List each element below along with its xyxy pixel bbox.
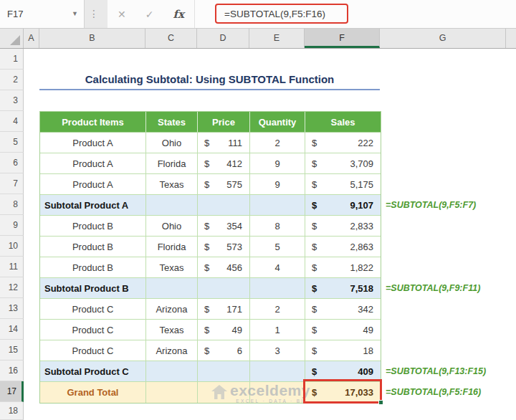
row-header-8[interactable]: 8 bbox=[0, 194, 24, 215]
table-header-states[interactable]: States bbox=[146, 112, 198, 133]
cell-C13[interactable]: Arizona bbox=[146, 299, 198, 320]
cell-C5[interactable]: Ohio bbox=[146, 133, 198, 153]
cell-E14[interactable]: 1 bbox=[250, 320, 305, 340]
cell-D5[interactable]: $111 bbox=[198, 133, 250, 153]
cell-B15[interactable]: Product C bbox=[40, 340, 146, 361]
cell-F12[interactable]: $7,518 bbox=[305, 278, 381, 299]
formula-input[interactable]: =SUBTOTAL(9,F5:F16) bbox=[195, 0, 516, 28]
row-header-13[interactable]: 13 bbox=[0, 298, 24, 319]
cell-C17[interactable] bbox=[146, 382, 198, 403]
cell-B16[interactable]: Subtotal Product C bbox=[40, 361, 146, 382]
table-header-quantity[interactable]: Quantity bbox=[250, 112, 305, 133]
cell-B5[interactable]: Product A bbox=[40, 133, 146, 153]
column-header-D[interactable]: D bbox=[197, 29, 249, 48]
row-header-5[interactable]: 5 bbox=[0, 132, 24, 153]
cell-D10[interactable]: $573 bbox=[198, 237, 250, 257]
row-header-9[interactable]: 9 bbox=[0, 215, 24, 236]
more-options-icon[interactable]: ⋮ bbox=[87, 0, 100, 28]
table-header-sales[interactable]: Sales bbox=[305, 112, 381, 133]
cell-B6[interactable]: Product A bbox=[40, 153, 146, 174]
cell-F13[interactable]: $342 bbox=[305, 299, 381, 320]
row-header-6[interactable]: 6 bbox=[0, 153, 24, 173]
row-header-16[interactable]: 16 bbox=[0, 361, 24, 381]
cell-F10[interactable]: $2,863 bbox=[305, 237, 381, 257]
cell-B12[interactable]: Subtotal Product B bbox=[40, 278, 146, 299]
cell-F14[interactable]: $49 bbox=[305, 320, 381, 340]
cell-C8[interactable] bbox=[146, 195, 198, 216]
cell-F8[interactable]: $9,107 bbox=[305, 195, 381, 216]
cell-D8[interactable] bbox=[198, 195, 250, 216]
cell-F15[interactable]: $18 bbox=[305, 340, 381, 361]
fill-handle[interactable] bbox=[378, 400, 383, 405]
cell-F6[interactable]: $3,709 bbox=[305, 153, 381, 174]
cell-C10[interactable]: Florida bbox=[146, 237, 198, 257]
cell-E16[interactable] bbox=[250, 361, 305, 382]
cell-B13[interactable]: Product C bbox=[40, 299, 146, 320]
name-box[interactable]: F17 ▼ bbox=[0, 0, 85, 28]
name-box-dropdown-icon[interactable]: ▼ bbox=[72, 0, 78, 28]
cell-C9[interactable]: Ohio bbox=[146, 216, 198, 237]
cell-D12[interactable] bbox=[198, 278, 250, 299]
cell-C12[interactable] bbox=[146, 278, 198, 299]
column-header-C[interactable]: C bbox=[145, 29, 197, 48]
cell-C16[interactable] bbox=[146, 361, 198, 382]
cancel-icon[interactable]: ✕ bbox=[118, 9, 126, 20]
formula-annotation-row-17[interactable]: =SUBTOTAL(9,F5:F16) bbox=[386, 381, 481, 402]
row-header-12[interactable]: 12 bbox=[0, 277, 24, 298]
formula-annotation-row-8[interactable]: =SUBTOTAL(9,F5:F7) bbox=[386, 194, 476, 215]
cell-C14[interactable]: Texas bbox=[146, 320, 198, 340]
cell-C15[interactable]: Arizona bbox=[146, 340, 198, 361]
cell-D15[interactable]: $6 bbox=[198, 340, 250, 361]
row-header-18[interactable]: 18 bbox=[0, 402, 24, 420]
column-header-B[interactable]: B bbox=[39, 29, 145, 48]
cell-B8[interactable]: Subtotal Product A bbox=[40, 195, 146, 216]
cell-D6[interactable]: $412 bbox=[198, 153, 250, 174]
row-header-1[interactable]: 1 bbox=[0, 49, 24, 70]
table-header-price[interactable]: Price bbox=[198, 112, 250, 133]
table-header-product-items[interactable]: Product Items bbox=[40, 112, 146, 133]
row-header-2[interactable]: 2 bbox=[0, 70, 24, 90]
row-header-10[interactable]: 10 bbox=[0, 236, 24, 257]
select-all-corner[interactable] bbox=[0, 29, 24, 48]
cell-B14[interactable]: Product C bbox=[40, 320, 146, 340]
cell-E8[interactable] bbox=[250, 195, 305, 216]
row-header-14[interactable]: 14 bbox=[0, 319, 24, 340]
enter-icon[interactable]: ✓ bbox=[145, 9, 154, 20]
cell-D11[interactable]: $456 bbox=[198, 257, 250, 278]
cell-E7[interactable]: 9 bbox=[250, 174, 305, 195]
cell-C11[interactable]: Texas bbox=[146, 257, 198, 278]
column-header-A[interactable]: A bbox=[24, 29, 39, 48]
column-header-E[interactable]: E bbox=[249, 29, 305, 48]
cell-F9[interactable]: $2,833 bbox=[305, 216, 381, 237]
insert-function-icon[interactable]: fx bbox=[173, 8, 184, 21]
cell-E5[interactable]: 2 bbox=[250, 133, 305, 153]
cell-D9[interactable]: $354 bbox=[198, 216, 250, 237]
cell-E9[interactable]: 8 bbox=[250, 216, 305, 237]
formula-annotation-row-12[interactable]: =SUBTOTAL(9,F9:F11) bbox=[386, 277, 480, 298]
cell-B17[interactable]: Grand Total bbox=[40, 382, 146, 403]
cell-F7[interactable]: $5,175 bbox=[305, 174, 381, 195]
cell-F5[interactable]: $222 bbox=[305, 133, 381, 153]
cell-C6[interactable]: Florida bbox=[146, 153, 198, 174]
cell-E15[interactable]: 3 bbox=[250, 340, 305, 361]
cell-D16[interactable] bbox=[198, 361, 250, 382]
cell-E11[interactable]: 4 bbox=[250, 257, 305, 278]
cell-B9[interactable]: Product B bbox=[40, 216, 146, 237]
row-header-15[interactable]: 15 bbox=[0, 340, 24, 361]
cell-D14[interactable]: $49 bbox=[198, 320, 250, 340]
cell-D7[interactable]: $575 bbox=[198, 174, 250, 195]
row-header-7[interactable]: 7 bbox=[0, 173, 24, 194]
cell-E13[interactable]: 2 bbox=[250, 299, 305, 320]
row-header-4[interactable]: 4 bbox=[0, 111, 24, 132]
cell-C7[interactable]: Texas bbox=[146, 174, 198, 195]
formula-annotation-row-16[interactable]: =SUBTOTAL(9,F13:F15) bbox=[386, 361, 486, 381]
row-header-17[interactable]: 17 bbox=[0, 381, 24, 402]
cell-B10[interactable]: Product B bbox=[40, 237, 146, 257]
cell-D13[interactable]: $171 bbox=[198, 299, 250, 320]
row-header-3[interactable]: 3 bbox=[0, 90, 24, 111]
column-header-G[interactable]: G bbox=[380, 29, 506, 48]
column-header-F[interactable]: F bbox=[305, 29, 380, 48]
worksheet-title[interactable]: Calculating Subtotal: Using SUBTOTAL Fun… bbox=[39, 70, 380, 90]
cell-B7[interactable]: Product A bbox=[40, 174, 146, 195]
cell-F11[interactable]: $1,822 bbox=[305, 257, 381, 278]
